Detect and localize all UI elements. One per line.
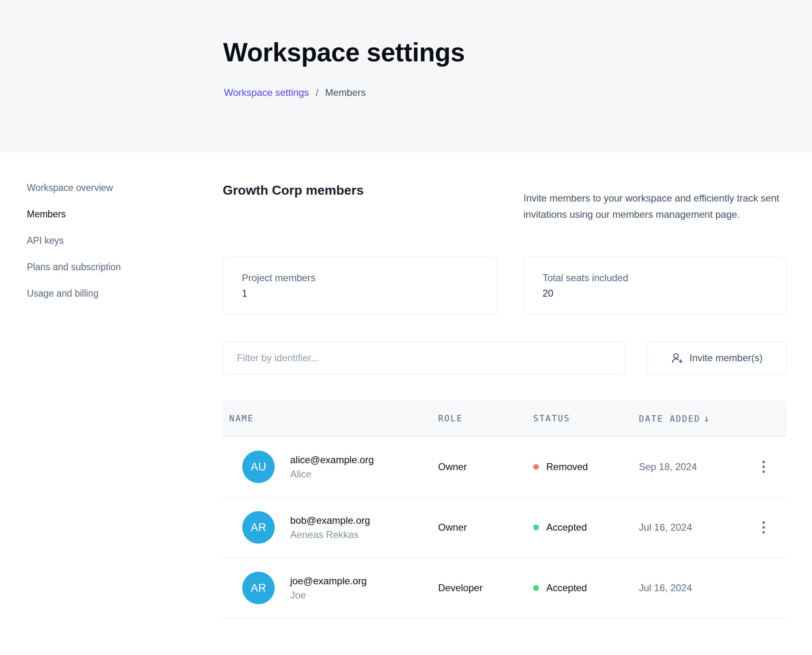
kebab-dot [762, 471, 765, 473]
row-menu-button[interactable] [758, 517, 769, 538]
column-header-date-added[interactable]: DATE ADDED↓ [639, 413, 740, 424]
breadcrumb-current: Members [325, 87, 366, 98]
member-email: bob@example.org [290, 514, 370, 527]
breadcrumb-link-workspace-settings[interactable]: Workspace settings [224, 87, 309, 98]
member-display-name: Joe [290, 589, 367, 601]
members-table: NAME ROLE STATUS DATE ADDED↓ AU alice@ex… [223, 400, 787, 618]
members-section-description: Invite members to your workspace and eff… [523, 190, 792, 223]
member-email: joe@example.org [290, 575, 367, 587]
member-role: Owner [438, 461, 533, 473]
member-status-label: Accepted [546, 582, 587, 594]
member-date-added: Jul 16, 2024 [639, 582, 740, 594]
members-table-header: NAME ROLE STATUS DATE ADDED↓ [223, 400, 787, 437]
breadcrumb-separator: / [316, 87, 319, 98]
member-status-label: Removed [546, 461, 588, 473]
sidebar-item-plans-and-subscription[interactable]: Plans and subscription [27, 261, 121, 273]
stat-label: Total seats included [543, 272, 786, 284]
column-header-status: STATUS [533, 414, 639, 423]
row-menu-button[interactable] [758, 457, 769, 477]
member-status: Accepted [533, 582, 639, 594]
stat-card-total-seats: Total seats included 20 [523, 257, 787, 314]
member-role: Owner [438, 522, 533, 533]
kebab-dot [762, 526, 765, 529]
member-name-cell: AR joe@example.org Joe [223, 572, 438, 604]
members-section-heading: Growth Corp members [223, 183, 364, 198]
stat-card-project-members: Project members 1 [223, 257, 497, 314]
member-email: alice@example.org [290, 454, 374, 466]
status-dot-icon [533, 525, 539, 530]
filter-input[interactable] [223, 341, 625, 375]
user-plus-icon [671, 352, 683, 364]
kebab-dot [762, 531, 765, 534]
member-display-name: Alice [290, 468, 374, 480]
member-status: Removed [533, 461, 639, 473]
kebab-dot [762, 466, 765, 468]
table-body: AU alice@example.org Alice Owner Removed… [223, 437, 787, 618]
stat-label: Project members [242, 272, 497, 284]
member-name-cell: AR bob@example.org Aeneas Rekkas [223, 511, 438, 544]
member-date-added: Jul 16, 2024 [639, 522, 740, 533]
sidebar-item-members[interactable]: Members [27, 208, 121, 220]
avatar: AR [242, 511, 275, 544]
breadcrumb: Workspace settings / Members [224, 87, 366, 98]
table-row: AR bob@example.org Aeneas Rekkas Owner A… [223, 497, 787, 558]
table-row: AR joe@example.org Joe Developer Accepte… [223, 558, 787, 618]
avatar: AU [242, 451, 275, 483]
avatar: AR [242, 572, 275, 604]
member-role: Developer [438, 582, 533, 594]
page-title: Workspace settings [223, 37, 465, 67]
stat-value: 1 [242, 287, 497, 299]
settings-sidebar: Workspace overview Members API keys Plan… [27, 182, 121, 299]
member-name-cell: AU alice@example.org Alice [223, 451, 438, 483]
member-display-name: Aeneas Rekkas [290, 529, 370, 541]
invite-members-button-label: Invite member(s) [689, 352, 762, 364]
kebab-dot [762, 521, 765, 524]
column-header-name: NAME [223, 414, 438, 423]
status-dot-icon [533, 464, 539, 470]
page-header: Workspace settings Workspace settings / … [0, 0, 812, 152]
member-status: Accepted [533, 522, 639, 533]
sort-descending-icon: ↓ [703, 413, 709, 424]
kebab-dot [762, 461, 765, 463]
invite-members-button[interactable]: Invite member(s) [647, 341, 787, 375]
status-dot-icon [533, 585, 539, 591]
sidebar-item-api-keys[interactable]: API keys [27, 235, 121, 246]
sidebar-item-workspace-overview[interactable]: Workspace overview [27, 182, 121, 193]
table-row: AU alice@example.org Alice Owner Removed… [223, 437, 787, 497]
stat-value: 20 [543, 287, 786, 299]
column-header-role: ROLE [438, 414, 533, 423]
member-date-added: Sep 18, 2024 [639, 461, 740, 473]
member-status-label: Accepted [546, 522, 587, 533]
sidebar-item-usage-and-billing[interactable]: Usage and billing [27, 288, 121, 299]
